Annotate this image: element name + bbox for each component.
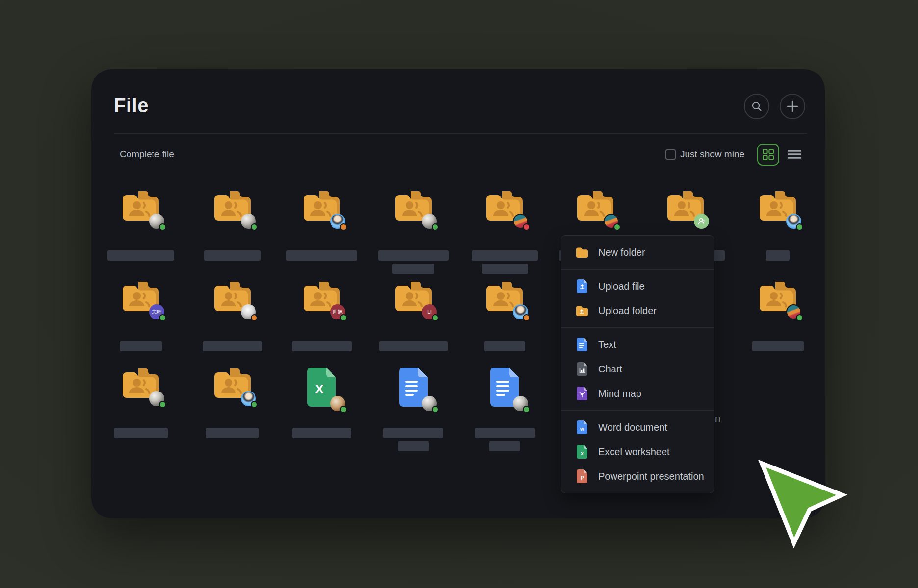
status-dot [796,223,803,231]
file-item[interactable] [188,368,277,438]
redacted-filename [392,264,434,274]
status-dot [432,314,439,321]
add-button[interactable] [780,94,805,119]
redacted-filename [206,428,259,438]
menu-item-upload-folder[interactable]: Upload folder [561,298,714,323]
status-dot [159,223,166,231]
redacted-filename [484,341,525,351]
svg-text:P: P [581,475,584,481]
status-dot [159,314,166,321]
shared-badge-icon [694,214,709,229]
menu-item-new-folder[interactable]: New folder [561,240,714,265]
file-item[interactable] [97,368,185,438]
file-item[interactable] [734,190,822,261]
chart-file-icon [576,362,588,376]
menu-item-upload-file[interactable]: Upload file [561,274,714,298]
status-dot [251,401,258,408]
just-show-mine-label[interactable]: Just show mine [680,149,744,160]
file-item[interactable] [188,281,277,351]
file-item[interactable] [369,368,458,451]
file-item[interactable]: X [278,368,366,438]
file-item[interactable] [278,190,366,261]
status-dot [340,314,347,321]
list-view-icon [788,149,801,159]
redacted-filename [398,441,429,451]
upload-folder-icon [576,304,588,318]
excel-worksheet-icon: x [576,445,588,459]
section-label: Complete file [120,149,174,160]
menu-item-label: Word document [598,422,667,433]
menu-item-excel-worksheet[interactable]: x Excel worksheet [561,440,714,464]
just-show-mine-checkbox[interactable] [665,149,676,160]
redacted-filename [107,250,174,261]
word-document-icon: w [576,420,588,434]
menu-item-label: Mind map [598,388,641,399]
status-dot [523,223,530,231]
file-item[interactable] [460,368,549,451]
redacted-filename [120,341,162,351]
menu-item-powerpoint-presentation[interactable]: P Powerpoint presentation [561,464,714,489]
menu-item-label: Upload folder [598,305,657,317]
status-dot [432,223,439,231]
status-dot [796,314,803,321]
status-dot [432,406,439,413]
menu-item-text[interactable]: Text [561,332,714,357]
file-item[interactable]: LI [369,281,458,351]
redacted-filename [379,341,448,351]
search-icon [751,101,762,112]
file-manager-window: File Complete file Just show mine [91,69,825,518]
svg-text:X: X [315,382,324,396]
redacted-filename [766,250,790,261]
status-dot [159,401,166,408]
menu-item-mind-map[interactable]: Mind map [561,381,714,406]
status-dot [523,406,530,413]
hidden-filename-fragment: n [715,413,720,424]
search-button[interactable] [744,94,769,119]
file-item[interactable]: 志程 [97,281,185,351]
header-divider [114,133,807,134]
redacted-filename [203,341,262,351]
list-view-button[interactable] [783,144,805,166]
status-dot [613,223,621,231]
person-icon [697,217,706,226]
grid-view-icon [762,148,774,161]
mindmap-file-icon [576,387,588,400]
redacted-filename [292,341,352,351]
page-title: File [114,95,149,117]
svg-text:x: x [581,451,584,456]
powerpoint-icon: P [576,469,588,483]
file-item[interactable] [188,190,277,261]
redacted-filename [286,250,357,261]
toolbar: Complete file Just show mine [120,144,805,165]
menu-item-label: Chart [598,364,622,375]
file-item[interactable] [460,281,549,351]
menu-item-label: Upload file [598,281,645,292]
status-dot [523,314,530,321]
redacted-filename [482,264,528,274]
file-item[interactable]: 世旭 [278,281,366,351]
file-item[interactable] [97,190,185,261]
new-folder-icon [576,245,588,259]
svg-text:w: w [580,426,584,432]
menu-item-word-document[interactable]: w Word document [561,415,714,440]
file-item[interactable] [460,190,549,274]
redacted-filename [489,441,520,451]
menu-item-label: Excel worksheet [598,446,670,458]
status-dot [340,223,347,231]
redacted-filename [292,428,351,438]
text-file-icon [576,338,588,351]
menu-item-label: New folder [598,247,645,258]
menu-item-label: Powerpoint presentation [598,471,704,482]
redacted-filename [204,250,261,261]
file-item[interactable] [369,190,458,274]
cursor-pointer [750,453,858,556]
status-dot [340,406,347,413]
menu-item-chart[interactable]: Chart [561,357,714,381]
redacted-filename [752,341,804,351]
upload-file-icon [576,279,588,293]
redacted-filename [472,250,538,261]
file-item[interactable] [734,281,822,351]
redacted-filename [378,250,449,261]
grid-view-button[interactable] [757,144,779,166]
status-dot [251,314,258,321]
